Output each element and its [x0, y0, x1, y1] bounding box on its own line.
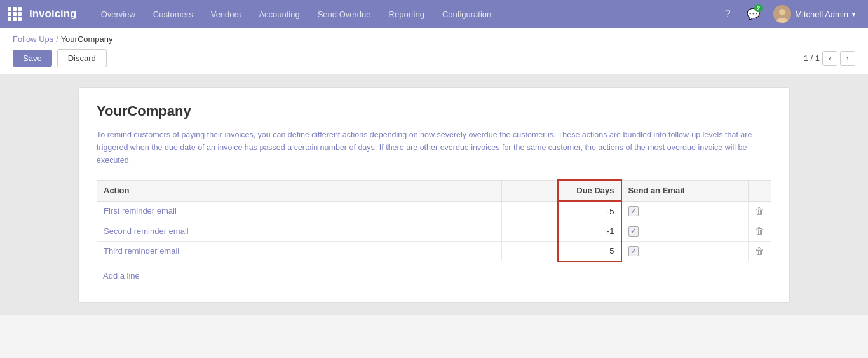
nav-item-overview[interactable]: Overview — [92, 0, 144, 28]
table-cell-delete: 🗑 — [749, 221, 771, 242]
table-cell-send-email — [621, 201, 749, 221]
description-text-1: To remind customers of paying their invo… — [97, 130, 555, 139]
toolbar: Save Discard 1 / 1 ‹ › — [13, 49, 855, 74]
app-grid-icon[interactable] — [8, 7, 22, 21]
help-icon: ? — [725, 8, 731, 20]
card: YourCompany To remind customers of payin… — [78, 87, 790, 303]
table-row: Second reminder email-1🗑 — [97, 221, 771, 242]
messages-badge: 2 — [754, 4, 763, 12]
avatar-image — [773, 5, 791, 23]
topnav-actions: ? 💬 2 Mitchell Admin ▾ — [717, 0, 860, 28]
messages-icon-button[interactable]: 💬 2 — [743, 4, 763, 24]
col-header-delete — [749, 180, 771, 201]
breadcrumb-current: YourCompany — [61, 34, 113, 44]
user-menu[interactable]: Mitchell Admin ▾ — [768, 0, 860, 28]
user-name: Mitchell Admin — [795, 10, 848, 19]
add-line-container: Add a line — [97, 267, 771, 284]
delete-row-button[interactable]: 🗑 — [755, 226, 764, 236]
col-header-due-days: Due Days — [558, 180, 621, 201]
pager: 1 / 1 ‹ › — [804, 51, 855, 66]
col-header-send-email: Send an Email — [621, 180, 749, 201]
col-header-action: Action — [97, 180, 502, 201]
breadcrumb-parent[interactable]: Follow Ups — [13, 34, 53, 44]
table-cell-due-days[interactable]: -1 — [558, 221, 621, 242]
actions-table: Action Due Days Send an Email First remi… — [97, 179, 771, 262]
main-content: YourCompany To remind customers of payin… — [0, 74, 868, 315]
table-cell-spacer — [501, 241, 557, 261]
breadcrumb: Follow Ups / YourCompany — [13, 34, 855, 44]
page-header: Follow Ups / YourCompany Save Discard 1 … — [0, 28, 868, 74]
send-email-checkbox[interactable] — [628, 246, 639, 256]
svg-point-1 — [779, 9, 785, 15]
delete-row-button[interactable]: 🗑 — [755, 206, 764, 216]
table-row: Third reminder email5🗑 — [97, 241, 771, 261]
nav-item-send-overdue[interactable]: Send Overdue — [309, 0, 380, 28]
table-cell-delete: 🗑 — [749, 241, 771, 261]
delete-row-button[interactable]: 🗑 — [755, 246, 764, 256]
card-description: To remind customers of paying their invo… — [97, 128, 771, 167]
table-cell-due-days[interactable]: 5 — [558, 241, 621, 261]
breadcrumb-separator: / — [56, 35, 58, 44]
main-menu: Overview Customers Vendors Accounting Se… — [92, 0, 718, 28]
table-cell-action[interactable]: Third reminder email — [97, 241, 502, 261]
nav-item-vendors[interactable]: Vendors — [202, 0, 250, 28]
pager-text: 1 / 1 — [804, 53, 820, 63]
discard-button[interactable]: Discard — [57, 49, 107, 67]
send-email-checkbox[interactable] — [628, 226, 639, 237]
pager-prev-button[interactable]: ‹ — [822, 51, 837, 66]
app-title[interactable]: Invoicing — [29, 8, 77, 20]
top-navigation: Invoicing Overview Customers Vendors Acc… — [0, 0, 868, 28]
help-icon-button[interactable]: ? — [717, 4, 738, 24]
table-cell-action[interactable]: Second reminder email — [97, 221, 502, 242]
nav-item-customers[interactable]: Customers — [144, 0, 202, 28]
table-cell-spacer — [501, 221, 557, 242]
table-cell-delete: 🗑 — [749, 201, 771, 221]
card-title: YourCompany — [97, 103, 771, 120]
send-email-checkbox[interactable] — [628, 206, 639, 216]
table-row: First reminder email-5🗑 — [97, 201, 771, 221]
table-cell-due-days[interactable]: -5 — [558, 201, 621, 221]
table-cell-send-email — [621, 241, 749, 261]
nav-item-configuration[interactable]: Configuration — [433, 0, 500, 28]
col-header-spacer — [501, 180, 557, 201]
table-cell-spacer — [501, 201, 557, 221]
page-wrapper: Follow Ups / YourCompany Save Discard 1 … — [0, 28, 868, 358]
pager-next-button[interactable]: › — [840, 51, 855, 66]
user-chevron-icon: ▾ — [852, 11, 855, 18]
table-cell-send-email — [621, 221, 749, 242]
save-button[interactable]: Save — [13, 50, 52, 67]
avatar — [773, 5, 791, 23]
nav-item-reporting[interactable]: Reporting — [380, 0, 433, 28]
add-line-button[interactable]: Add a line — [97, 267, 146, 284]
table-cell-action[interactable]: First reminder email — [97, 201, 502, 221]
toolbar-left: Save Discard — [13, 49, 107, 67]
nav-item-accounting[interactable]: Accounting — [250, 0, 308, 28]
